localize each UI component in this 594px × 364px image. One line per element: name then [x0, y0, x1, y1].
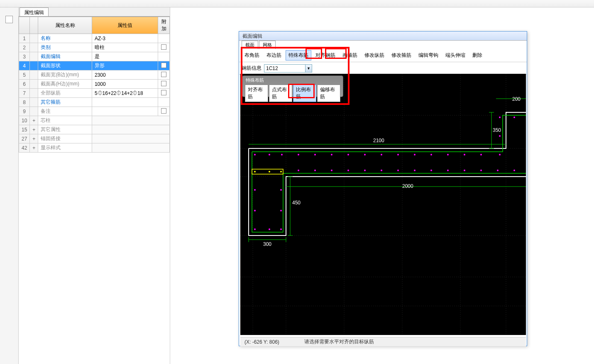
editor-tab-0[interactable]: 截面 — [242, 41, 258, 49]
table-row[interactable]: 5截面宽(B边)(mm)2300 — [19, 70, 170, 80]
prop-extra[interactable] — [158, 52, 170, 61]
prop-name: 截面宽(B边)(mm) — [38, 70, 92, 80]
svg-point-33 — [381, 154, 382, 155]
sub-btn-3[interactable]: 偏移布筋 — [317, 85, 340, 102]
editor-status-bar: (X: -626 Y: 806) 请选择需要水平对齐的目标纵筋 — [240, 337, 526, 346]
prop-value[interactable]: 异形 — [92, 61, 158, 70]
svg-point-32 — [364, 154, 366, 155]
toolbar-btn-5[interactable]: 修改纵筋 — [362, 50, 387, 61]
toolbar-btn-9[interactable]: 删除 — [469, 50, 485, 61]
expand-toggle[interactable]: + — [30, 125, 38, 134]
table-row[interactable]: 3截面编辑是 — [19, 52, 170, 61]
expand-toggle — [30, 80, 38, 89]
prop-value[interactable]: 5⏀16+22⏀14+2⏀18 — [92, 89, 158, 98]
prop-extra[interactable] — [158, 43, 170, 52]
prop-value[interactable] — [92, 143, 169, 153]
table-row[interactable]: 15+其它属性 — [19, 125, 170, 134]
table-row[interactable]: 8其它箍筋 — [19, 98, 170, 107]
left-tool-panel — [0, 7, 19, 364]
expand-toggle — [30, 107, 38, 116]
prop-value[interactable]: AZ-3 — [92, 34, 158, 43]
expand-toggle — [30, 70, 38, 80]
table-row[interactable]: 1名称AZ-3 — [19, 34, 170, 43]
prop-value[interactable]: 是 — [92, 52, 158, 61]
rebar-info-label: 钢筋信息 — [242, 65, 262, 72]
toolbar-btn-4[interactable]: 画箍筋 — [340, 50, 360, 61]
svg-point-59 — [254, 210, 256, 211]
svg-point-29 — [314, 154, 316, 155]
prop-name: 名称 — [38, 34, 92, 43]
table-row[interactable]: 6截面高(H边)(mm)1000 — [19, 80, 170, 89]
table-row[interactable]: 42+显示样式 — [19, 143, 170, 153]
expand-toggle — [30, 52, 38, 61]
prop-value[interactable] — [92, 134, 169, 143]
rebar-info-row: 钢筋信息 ▼ — [239, 62, 527, 75]
prop-value[interactable] — [92, 107, 158, 116]
sub-btn-0[interactable]: 对齐布筋 — [245, 85, 268, 102]
property-table: 属性名称 属性值 附加 1名称AZ-32类别暗柱3截面编辑是4截面形状异形5截面… — [19, 17, 170, 153]
svg-point-51 — [414, 170, 416, 171]
toolbar-btn-3[interactable]: 对齐钢筋 — [313, 50, 338, 61]
toolbar-btn-2[interactable]: 特殊布筋 — [286, 50, 311, 61]
table-row[interactable]: 27+锚固搭接 — [19, 134, 170, 143]
toolbar-btn-7[interactable]: 编辑弯钩 — [416, 50, 441, 61]
prop-value[interactable]: 2300 — [92, 70, 158, 80]
checkbox-icon[interactable] — [161, 81, 166, 86]
rebar-info-input[interactable] — [264, 64, 306, 73]
checkbox-icon[interactable] — [161, 90, 166, 95]
svg-point-47 — [347, 170, 349, 171]
col-value-header: 属性值 — [92, 17, 158, 34]
checkbox-icon[interactable] — [161, 72, 166, 77]
prop-name: 全部纵筋 — [38, 89, 92, 98]
expand-toggle — [30, 43, 38, 52]
expand-toggle[interactable]: + — [30, 134, 38, 143]
prop-value[interactable] — [92, 98, 158, 107]
table-row[interactable]: 7全部纵筋5⏀16+22⏀14+2⏀18 — [19, 89, 170, 98]
editor-tabs: 截面 网格 — [239, 41, 527, 49]
prop-name: 类别 — [38, 43, 92, 52]
row-number: 2 — [19, 43, 30, 52]
tool-icon[interactable] — [5, 16, 13, 23]
expand-toggle[interactable]: + — [30, 116, 38, 125]
sub-btn-2[interactable]: 比例布筋 — [293, 85, 316, 102]
table-row[interactable]: 2类别暗柱 — [19, 43, 170, 52]
tab-property-edit[interactable]: 属性编辑 — [20, 7, 49, 16]
prop-extra[interactable] — [158, 70, 170, 80]
prop-extra[interactable] — [158, 89, 170, 98]
dim-w-bottom: 2000 — [402, 183, 413, 189]
col-name-header: 属性名称 — [38, 17, 92, 34]
checkbox-icon[interactable] — [161, 44, 166, 50]
rebar-info-dropdown[interactable]: ▼ — [306, 64, 312, 73]
prop-name: 其它属性 — [38, 125, 92, 134]
expand-toggle[interactable]: + — [30, 143, 38, 153]
toolbar-btn-8[interactable]: 端头伸缩 — [442, 50, 468, 61]
toolbar-btn-6[interactable]: 修改箍筋 — [389, 50, 414, 61]
prop-value[interactable] — [92, 116, 169, 125]
prop-value[interactable]: 1000 — [92, 80, 158, 89]
table-row[interactable]: 9备注 — [19, 107, 170, 116]
prop-extra[interactable] — [158, 80, 170, 89]
sub-toolbar-title: 特殊布筋 — [242, 76, 343, 85]
prop-extra[interactable] — [158, 61, 170, 70]
editor-tab-1[interactable]: 网格 — [259, 41, 276, 49]
expand-toggle — [30, 61, 38, 70]
drawing-canvas[interactable]: 300 450 2100 2000 350 200 — [240, 74, 526, 335]
prop-value[interactable]: 暗柱 — [92, 43, 158, 52]
checkbox-icon[interactable] — [161, 108, 166, 114]
toolbar-btn-0[interactable]: 布角筋 — [242, 50, 262, 61]
prop-extra[interactable] — [158, 107, 170, 116]
row-number: 9 — [19, 107, 30, 116]
table-row[interactable]: 10+芯柱 — [19, 116, 170, 125]
svg-point-66 — [269, 171, 270, 172]
prop-extra[interactable] — [158, 34, 170, 43]
svg-point-38 — [464, 154, 465, 155]
prop-extra[interactable] — [158, 98, 170, 107]
table-row[interactable]: 4截面形状异形 — [19, 61, 170, 70]
svg-point-26 — [269, 154, 270, 155]
svg-point-61 — [269, 228, 270, 230]
sub-btn-1[interactable]: 点式布筋 — [269, 85, 292, 102]
prop-value[interactable] — [92, 125, 169, 134]
svg-point-63 — [280, 210, 282, 211]
toolbar-btn-1[interactable]: 布边筋 — [264, 50, 284, 61]
checkbox-icon[interactable] — [161, 63, 166, 68]
